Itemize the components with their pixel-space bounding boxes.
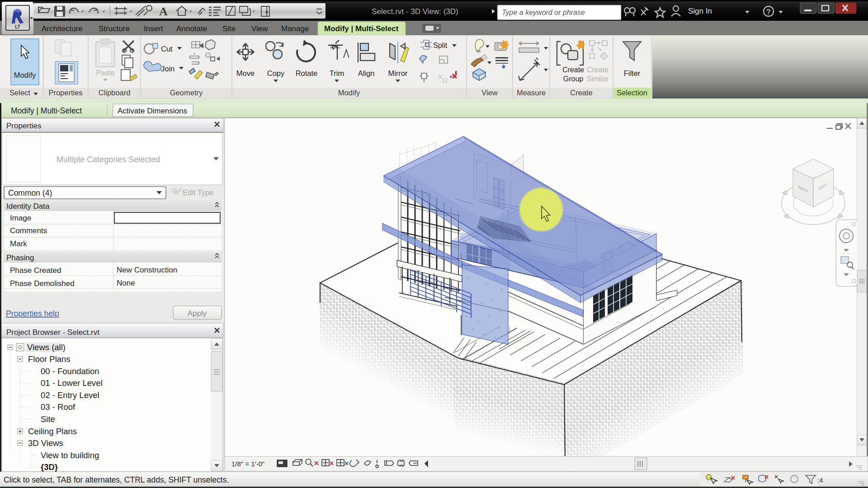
svg-text:Similar: Similar (587, 75, 609, 83)
svg-text:Filter: Filter (624, 69, 641, 77)
svg-text:02 - Entry Level: 02 - Entry Level (41, 390, 99, 400)
svg-text:View: View (481, 89, 498, 97)
svg-text:Select: Select (9, 89, 30, 97)
svg-text:?: ? (766, 8, 771, 16)
svg-text:Modify: Modify (14, 71, 36, 79)
svg-text:Modify | Multi-Select: Modify | Multi-Select (11, 106, 82, 115)
svg-text:Create: Create (562, 66, 584, 74)
svg-text:Insert: Insert (144, 24, 163, 33)
svg-text:Group: Group (563, 75, 584, 83)
svg-text:Copy: Copy (267, 69, 285, 77)
svg-text:Measure: Measure (517, 89, 546, 97)
svg-text:03 - Roof: 03 - Roof (41, 402, 75, 412)
svg-text:Architecture: Architecture (42, 24, 83, 33)
svg-text:Site: Site (222, 24, 236, 33)
svg-text:Properties help: Properties help (6, 309, 59, 318)
svg-text:Geometry: Geometry (170, 89, 203, 97)
svg-text:Create: Create (587, 66, 609, 74)
svg-text:LT: LT (15, 24, 20, 29)
svg-text:Modify | Multi-Select: Modify | Multi-Select (324, 24, 399, 33)
svg-text:View: View (251, 24, 268, 33)
svg-text:Multiple Categories Selected: Multiple Categories Selected (57, 155, 160, 164)
svg-text:Common (4): Common (4) (8, 188, 52, 197)
svg-text:Mark: Mark (10, 239, 27, 248)
svg-text:Project Browser - Select.rvt: Project Browser - Select.rvt (6, 328, 99, 337)
svg-text:Join: Join (161, 65, 175, 73)
svg-text:Annotate: Annotate (176, 24, 207, 33)
svg-text:Sign In: Sign In (688, 7, 712, 15)
svg-text:Clipboard: Clipboard (99, 89, 131, 97)
svg-text:Click to select, TAB for alter: Click to select, TAB for alternates, CTR… (4, 475, 229, 484)
svg-text:00 - Foundation: 00 - Foundation (41, 366, 99, 376)
svg-text:Rotate: Rotate (296, 69, 318, 77)
svg-text:Activate Dimensions: Activate Dimensions (118, 107, 187, 115)
svg-text:Paste: Paste (96, 69, 115, 77)
svg-text:TOP: TOP (810, 176, 817, 178)
svg-text:Floor Plans: Floor Plans (28, 354, 71, 364)
svg-text:Image: Image (10, 214, 31, 222)
svg-text:Comments: Comments (10, 226, 47, 235)
svg-text:Ceiling Plans: Ceiling Plans (28, 427, 77, 436)
svg-text:Align: Align (358, 69, 375, 77)
svg-text:Type a keyword or phrase: Type a keyword or phrase (502, 9, 585, 16)
svg-text:Apply: Apply (188, 309, 207, 318)
svg-text:Properties: Properties (48, 89, 82, 97)
svg-text:Modify: Modify (338, 89, 360, 97)
svg-text:{3D}: {3D} (41, 462, 58, 472)
svg-text:Phase Demolished: Phase Demolished (10, 279, 75, 288)
svg-text:Edit Type: Edit Type (183, 188, 214, 197)
svg-text:Structure: Structure (99, 24, 130, 33)
svg-text:Views (all): Views (all) (27, 343, 66, 352)
svg-text:Identity Data: Identity Data (6, 202, 50, 211)
svg-text:New Construction: New Construction (117, 266, 177, 274)
svg-text:Create: Create (570, 89, 593, 97)
svg-text::4: :4 (817, 476, 823, 484)
svg-text:1/8" = 1'-0": 1/8" = 1'-0" (231, 460, 264, 468)
svg-text:Move: Move (236, 69, 255, 77)
svg-text:A: A (159, 5, 168, 18)
svg-text:3D Views: 3D Views (28, 438, 63, 448)
svg-text:Trim: Trim (330, 69, 344, 77)
svg-text:None: None (117, 279, 135, 287)
svg-text:Phase Created: Phase Created (10, 266, 61, 275)
svg-text:Site: Site (41, 414, 55, 424)
svg-text:Split: Split (433, 42, 448, 49)
svg-text:Phasing: Phasing (6, 253, 34, 262)
svg-text:Cut: Cut (161, 45, 173, 53)
svg-text:Selection: Selection (617, 89, 647, 97)
svg-text:Manage: Manage (281, 24, 309, 33)
svg-text:01 - Lower Level: 01 - Lower Level (41, 378, 103, 388)
svg-text:Mirror: Mirror (388, 69, 408, 77)
svg-text:View to building: View to building (41, 450, 99, 460)
svg-text:Select.rvt - 3D View: (3D): Select.rvt - 3D View: (3D) (372, 7, 458, 16)
svg-text:Properties: Properties (6, 122, 41, 130)
